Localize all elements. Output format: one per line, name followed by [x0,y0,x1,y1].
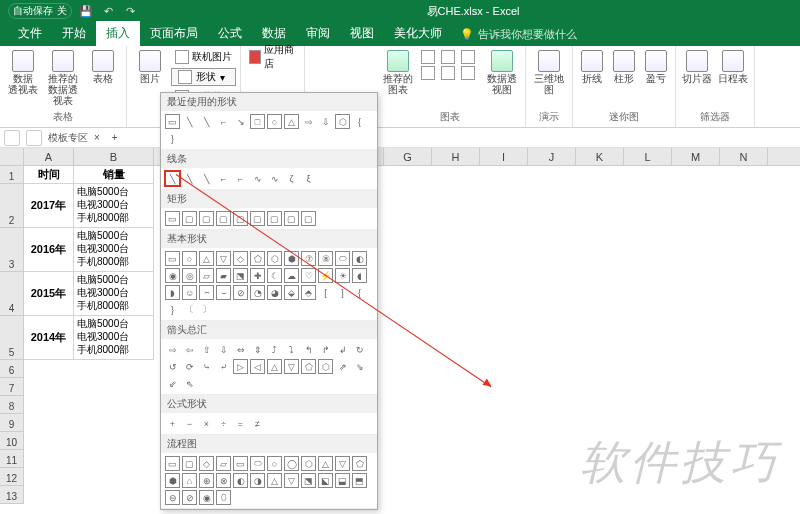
shape-curve2-icon[interactable]: ∿ [267,171,282,186]
tab-formula[interactable]: 公式 [208,21,252,46]
col-header-B[interactable]: B [74,148,154,165]
shape-b25-icon[interactable]: ◗ [165,285,180,300]
shape-b5-icon[interactable]: ◇ [233,251,248,266]
shape-connector-icon[interactable]: ⌐ [216,114,231,129]
shape-freeform-icon[interactable]: ζ [284,171,299,186]
shape-f16-icon[interactable]: ⊗ [216,473,231,488]
pivot-chart-button[interactable]: 数据透视图 [483,48,521,106]
app-store-button[interactable]: 应用商店 [245,48,300,66]
shape-r7-icon[interactable]: ▢ [267,211,282,226]
row-header-8[interactable]: 8 [0,396,24,414]
shape-a6-icon[interactable]: ⇕ [250,342,265,357]
shape-f18-icon[interactable]: ◑ [250,473,265,488]
timeline-button[interactable]: 日程表 [716,48,750,106]
shape-a7-icon[interactable]: ⤴ [267,342,282,357]
cell-A4[interactable]: 2015年 [24,272,74,316]
col-header-H[interactable]: H [432,148,480,165]
shape-f3-icon[interactable]: ◇ [199,456,214,471]
col-header-M[interactable]: M [672,148,720,165]
cell-B3[interactable]: 电脑5000台 电视3000台 手机8000部 [74,228,154,272]
shape-e5-icon[interactable]: = [233,416,248,431]
sparkline-line-button[interactable]: 折线 [577,48,607,106]
row-header-5[interactable]: 5 [0,316,24,360]
shape-f26-icon[interactable]: ⊘ [182,490,197,505]
row-header-12[interactable]: 12 [0,468,24,486]
shape-line-straight-icon[interactable]: ╲ [165,171,180,186]
shape-f13-icon[interactable]: ⬢ [165,473,180,488]
shape-b3-icon[interactable]: △ [199,251,214,266]
shape-f22-icon[interactable]: ⬕ [318,473,333,488]
row-header-2[interactable]: 2 [0,184,24,228]
shape-b15-icon[interactable]: ▱ [199,268,214,283]
shape-a22-icon[interactable]: ⬡ [318,359,333,374]
shape-b1-icon[interactable]: ▭ [165,251,180,266]
shape-elbow-icon[interactable]: ⌐ [216,171,231,186]
shape-a23-icon[interactable]: ⇗ [335,359,350,374]
shape-f27-icon[interactable]: ◉ [199,490,214,505]
other-chart-icon[interactable] [461,66,475,80]
shape-f23-icon[interactable]: ⬓ [335,473,350,488]
shape-arrowd-icon[interactable]: ⇩ [318,114,333,129]
shape-b21-icon[interactable]: ♡ [301,268,316,283]
select-all-corner[interactable] [0,148,24,165]
col-header-L[interactable]: L [624,148,672,165]
shape-b4-icon[interactable]: ▽ [216,251,231,266]
slicer-button[interactable]: 切片器 [680,48,714,106]
shape-r2-icon[interactable]: ▢ [182,211,197,226]
shape-f10-icon[interactable]: △ [318,456,333,471]
shape-f8-icon[interactable]: ◯ [284,456,299,471]
shape-a9-icon[interactable]: ↰ [301,342,316,357]
redo-icon[interactable]: ↷ [122,3,138,19]
shape-f19-icon[interactable]: △ [267,473,282,488]
shape-a3-icon[interactable]: ⇧ [199,342,214,357]
shape-b23-icon[interactable]: ☀ [335,268,350,283]
shape-a24-icon[interactable]: ⇘ [352,359,367,374]
shape-r9-icon[interactable]: ▢ [301,211,316,226]
shape-r3-icon[interactable]: ▢ [199,211,214,226]
shape-a18-icon[interactable]: ◁ [250,359,265,374]
shape-a10-icon[interactable]: ↱ [318,342,333,357]
shape-tri-icon[interactable]: △ [284,114,299,129]
shape-b29-icon[interactable]: ⊘ [233,285,248,300]
shape-a5-icon[interactable]: ⇔ [233,342,248,357]
autosave-toggle[interactable]: 自动保存 关 [8,3,72,19]
shape-a19-icon[interactable]: △ [267,359,282,374]
shape-a16-icon[interactable]: ⤶ [216,359,231,374]
row-header-13[interactable]: 13 [0,486,24,504]
cell-A5[interactable]: 2014年 [24,316,74,360]
tab-beautify[interactable]: 美化大师 [384,21,452,46]
shape-rect-icon[interactable]: ▭ [165,114,180,129]
shape-f28-icon[interactable]: ⬯ [216,490,231,505]
shape-a8-icon[interactable]: ⤵ [284,342,299,357]
shape-b24-icon[interactable]: ◖ [352,268,367,283]
tab-file[interactable]: 文件 [8,21,52,46]
scatter-chart-icon[interactable] [441,66,455,80]
recommended-pivot-button[interactable]: 推荐的 数据透视表 [44,48,82,106]
shape-e4-icon[interactable]: ÷ [216,416,231,431]
shape-b31-icon[interactable]: ◕ [267,285,282,300]
shape-e6-icon[interactable]: ≠ [250,416,265,431]
shape-scribble-icon[interactable]: ξ [301,171,316,186]
shape-r4-icon[interactable]: ▢ [216,211,231,226]
row-header-6[interactable]: 6 [0,360,24,378]
shape-elbow2-icon[interactable]: ⌐ [233,171,248,186]
table-button[interactable]: 表格 [84,48,122,106]
shape-b2-icon[interactable]: ○ [182,251,197,266]
cell-A2[interactable]: 2017年 [24,184,74,228]
save-icon[interactable]: 💾 [78,3,94,19]
shape-b11-icon[interactable]: ⬭ [335,251,350,266]
tell-me-search[interactable]: 💡 告诉我你想要做什么 [460,27,577,46]
tab-layout[interactable]: 页面布局 [140,21,208,46]
undo-icon[interactable]: ↶ [100,3,116,19]
shape-a11-icon[interactable]: ↲ [335,342,350,357]
shape-b16-icon[interactable]: ▰ [216,268,231,283]
template-area-label[interactable]: 模板专区 [48,131,88,145]
shape-b26-icon[interactable]: ☺ [182,285,197,300]
shape-arrow-icon[interactable]: ↘ [233,114,248,129]
shapes-dropdown-button[interactable]: 形状▾ [171,68,236,86]
shape-b27-icon[interactable]: ⌢ [199,285,214,300]
plus-icon[interactable]: + [112,132,118,143]
shape-f6-icon[interactable]: ⬭ [250,456,265,471]
shape-b6-icon[interactable]: ⬠ [250,251,265,266]
shape-a12-icon[interactable]: ↻ [352,342,367,357]
